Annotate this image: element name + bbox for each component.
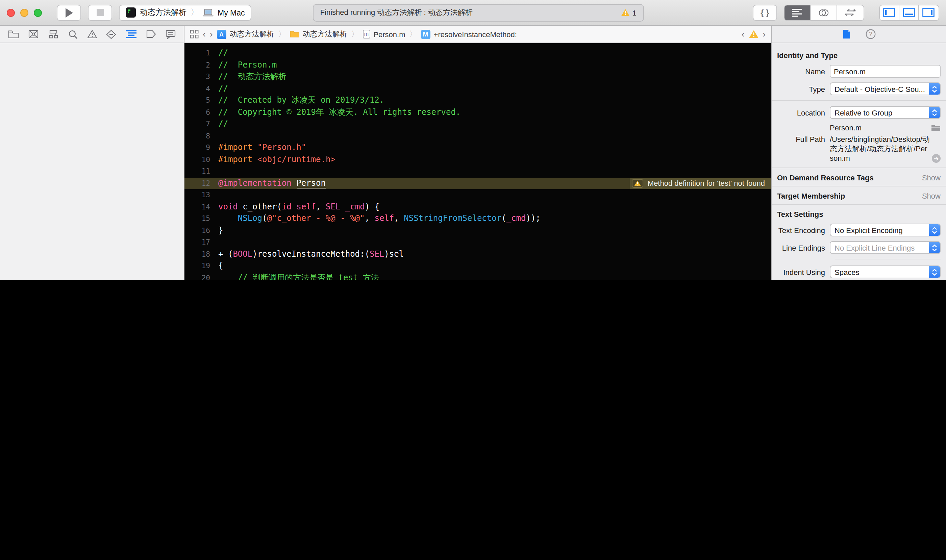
code-line-18[interactable]: 18+ (BOOL)resolveInstanceMethod:(SEL)sel	[185, 248, 771, 260]
breadcrumb-file[interactable]: m Person.m	[362, 30, 405, 38]
stop-button[interactable]	[88, 5, 112, 21]
breakpoint-navigator-icon[interactable]	[146, 30, 156, 38]
navigator-panel: No Debug Session Filter	[0, 26, 185, 280]
navigator-panel-icon	[883, 8, 895, 17]
line-number: 14	[185, 201, 210, 213]
xcode-window: 动态方法解析 〉 My Mac Finished running 动态方法解析 …	[0, 0, 946, 280]
full-path-value: /Users/binglingtian/Desktop/动态方法解析/动态方法解…	[830, 134, 941, 163]
code-line-11[interactable]: 11	[185, 166, 771, 177]
scheme-name: 动态方法解析	[140, 8, 186, 18]
dropdown-chevrons-icon	[929, 224, 940, 236]
close-window-button[interactable]	[7, 8, 15, 17]
warning-icon	[621, 9, 629, 16]
breadcrumb-method[interactable]: M +resolveInstanceMethod:	[421, 29, 517, 39]
warning-badge[interactable]: 1	[621, 8, 636, 17]
line-number: 16	[185, 225, 210, 237]
debug-panel-icon	[903, 8, 915, 17]
symbol-navigator-icon[interactable]	[48, 30, 59, 38]
type-dropdown[interactable]: Default - Objective-C Sou...	[830, 82, 941, 95]
toggle-navigator-button[interactable]	[880, 5, 899, 20]
reveal-arrow-icon[interactable]: ➔	[932, 154, 941, 163]
chevron-right-icon: 〉	[191, 7, 199, 18]
report-navigator-icon[interactable]	[166, 29, 176, 39]
code-line-19[interactable]: 19{	[185, 260, 771, 272]
text-lines-icon	[792, 8, 803, 17]
line-number: 2	[185, 59, 210, 71]
code-line-16[interactable]: 16}	[185, 225, 771, 237]
choose-folder-icon[interactable]	[931, 124, 941, 131]
minimize-window-button[interactable]	[20, 8, 28, 17]
code-line-13[interactable]: 13	[185, 189, 771, 201]
objc-file-icon: m	[362, 30, 370, 38]
toggle-debug-area-button[interactable]	[899, 5, 919, 20]
find-navigator-icon[interactable]	[68, 29, 77, 39]
code-line-9[interactable]: 9#import "Person.h"	[185, 142, 771, 154]
project-navigator-icon[interactable]	[8, 30, 19, 38]
code-line-4[interactable]: 4//	[185, 83, 771, 95]
assistant-editor-button[interactable]	[811, 5, 837, 20]
version-editor-button[interactable]	[837, 5, 864, 20]
issue-warning-icon[interactable]	[748, 30, 758, 38]
target-membership-title: Target Membership	[777, 192, 845, 200]
toggle-inspectors-button[interactable]	[919, 5, 938, 20]
zoom-window-button[interactable]	[34, 8, 42, 17]
file-inspector-tab[interactable]	[842, 29, 850, 39]
text-encoding-dropdown[interactable]: No Explicit Encoding	[830, 224, 941, 237]
inline-issue-annotation[interactable]: Method definition for 'test' not found	[630, 177, 771, 189]
line-number: 5	[185, 95, 210, 106]
code-line-15[interactable]: 15 NSLog(@"c_other - %@ - %@", self, NSS…	[185, 213, 771, 225]
odr-section-title: On Demand Resource Tags	[777, 174, 874, 182]
breadcrumb-project[interactable]: A 动态方法解析	[217, 29, 274, 39]
code-line-3[interactable]: 3// 动态方法解析	[185, 71, 771, 83]
app-target-icon: A	[217, 29, 226, 39]
line-number: 20	[185, 272, 210, 280]
warning-icon	[632, 178, 644, 188]
code-line-17[interactable]: 17	[185, 237, 771, 248]
source-editor[interactable]: 1//2// Person.m3// 动态方法解析4//5// Created …	[185, 43, 771, 280]
go-forward-button[interactable]: ›	[210, 29, 213, 39]
code-line-5[interactable]: 5// Created by 冰凌天 on 2019/3/12.	[185, 95, 771, 106]
code-line-6[interactable]: 6// Copyright © 2019年 冰凌天. All rights re…	[185, 106, 771, 118]
line-number: 17	[185, 237, 210, 248]
previous-issue-button[interactable]: ‹	[742, 29, 745, 39]
standard-editor-button[interactable]	[784, 5, 811, 20]
line-number: 1	[185, 47, 210, 59]
line-endings-dropdown[interactable]: No Explicit Line Endings	[830, 241, 941, 254]
code-line-7[interactable]: 7//	[185, 118, 771, 130]
run-button[interactable]	[57, 5, 81, 21]
test-navigator-icon[interactable]	[106, 29, 117, 39]
indent-using-dropdown[interactable]: Spaces	[830, 266, 941, 278]
code-line-1[interactable]: 1//	[185, 47, 771, 59]
library-button[interactable]: { }	[753, 5, 777, 21]
related-items-icon[interactable]	[190, 30, 199, 38]
odr-show-button[interactable]: Show	[922, 174, 941, 182]
line-number: 10	[185, 154, 210, 166]
scheme-selector[interactable]: 动态方法解析 〉 My Mac	[119, 5, 252, 21]
play-icon	[65, 8, 72, 17]
target-show-button[interactable]: Show	[922, 192, 941, 200]
inspector-panel: ? Identity and Type Name Person.m Type D…	[771, 26, 946, 280]
code-line-14[interactable]: 14void c_other(id self, SEL _cmd) {	[185, 201, 771, 213]
go-back-button[interactable]: ‹	[203, 29, 206, 39]
code-line-8[interactable]: 8	[185, 130, 771, 142]
indent-using-label: Indent Using	[777, 268, 830, 276]
source-control-navigator-icon[interactable]	[28, 30, 39, 38]
line-number: 18	[185, 248, 210, 260]
name-field[interactable]: Person.m	[830, 65, 941, 78]
issue-navigator-icon[interactable]	[87, 30, 97, 38]
code-line-2[interactable]: 2// Person.m	[185, 59, 771, 71]
destination-name: My Mac	[217, 8, 245, 17]
line-number: 7	[185, 118, 210, 130]
line-number: 8	[185, 130, 210, 142]
code-line-12[interactable]: 12@implementation PersonMethod definitio…	[185, 177, 771, 189]
location-dropdown[interactable]: Relative to Group	[830, 106, 941, 119]
quick-help-tab[interactable]: ?	[865, 29, 875, 39]
next-issue-button[interactable]: ›	[763, 29, 766, 39]
code-line-20[interactable]: 20 // 判断调用的方法是否是 test 方法	[185, 272, 771, 280]
debug-navigator-icon[interactable]	[126, 30, 137, 38]
method-badge-icon: M	[421, 29, 430, 39]
code-line-10[interactable]: 10#import <objc/runtime.h>	[185, 154, 771, 166]
jump-bar: ‹ › A 动态方法解析 〉 动态方法解析 〉 m Person.m 〉	[185, 26, 771, 43]
breadcrumb-group[interactable]: 动态方法解析	[290, 29, 347, 39]
navigator-tab-bar	[0, 26, 184, 43]
